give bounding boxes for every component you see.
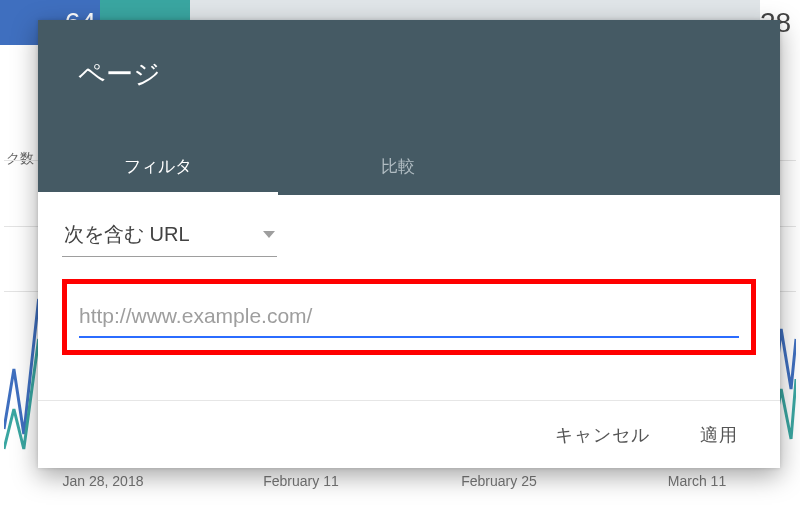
modal-header: ページ フィルタ 比較 — [38, 20, 780, 195]
url-input-highlight — [62, 279, 756, 355]
apply-button[interactable]: 適用 — [690, 415, 748, 455]
modal-title: ページ — [38, 20, 780, 140]
modal-tabs: フィルタ 比較 — [38, 140, 780, 195]
dropdown-label: 次を含む URL — [64, 221, 190, 248]
page-filter-modal: ページ フィルタ 比較 次を含む URL キャンセル 適用 — [38, 20, 780, 468]
cancel-button[interactable]: キャンセル — [545, 415, 660, 455]
axis-date: March 11 — [598, 473, 796, 489]
axis-date: February 11 — [202, 473, 400, 489]
axis-date: Jan 28, 2018 — [4, 473, 202, 489]
x-axis-dates: Jan 28, 2018 February 11 February 25 Mar… — [4, 473, 796, 489]
match-type-dropdown[interactable]: 次を含む URL — [62, 217, 277, 257]
tab-compare[interactable]: 比較 — [278, 140, 518, 195]
url-input[interactable] — [79, 302, 739, 338]
chevron-down-icon — [263, 231, 275, 238]
axis-date: February 25 — [400, 473, 598, 489]
modal-footer: キャンセル 適用 — [38, 400, 780, 468]
modal-body: 次を含む URL — [38, 195, 780, 400]
tab-filter[interactable]: フィルタ — [38, 140, 278, 195]
